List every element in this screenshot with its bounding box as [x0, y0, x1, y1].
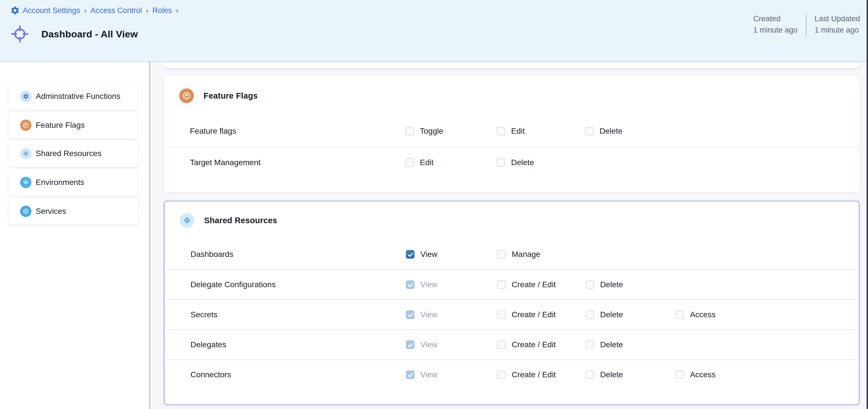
- created-label: Created: [753, 13, 798, 24]
- breadcrumb-label: Account Settings: [23, 6, 80, 15]
- permission-delete[interactable]: Delete: [585, 127, 622, 136]
- checkbox-label: Delete: [599, 127, 622, 136]
- checkbox-checked-disabled: [406, 371, 414, 379]
- checkbox-unchecked[interactable]: [405, 127, 414, 135]
- section-card-feature-flags: Feature Flags Feature flags Toggle Edit …: [164, 76, 860, 192]
- checkbox-unchecked[interactable]: [497, 340, 506, 349]
- checkbox-label: Access: [690, 370, 715, 379]
- checkbox-unchecked[interactable]: [497, 127, 505, 135]
- sidebar-item-label: Services: [36, 207, 66, 216]
- checkbox-unchecked[interactable]: [497, 280, 506, 289]
- diamond-grid-icon: [20, 148, 31, 159]
- permission-access[interactable]: Access: [676, 370, 715, 379]
- checkbox-unchecked[interactable]: [497, 250, 506, 259]
- permission-create-edit[interactable]: Create / Edit: [497, 310, 556, 319]
- flag-icon: [179, 89, 194, 103]
- checkbox-unchecked[interactable]: [586, 280, 594, 289]
- sidebar-item-label: Shared Resources: [36, 149, 101, 158]
- permission-create-edit[interactable]: Create / Edit: [497, 280, 556, 289]
- checkbox-label: Toggle: [420, 127, 443, 136]
- previous-section-card-edge: [164, 63, 860, 68]
- hexagon-icon: [20, 206, 31, 217]
- permission-create-edit[interactable]: Create / Edit: [497, 370, 556, 379]
- checkbox-unchecked[interactable]: [676, 310, 684, 319]
- permission-edit[interactable]: Edit: [405, 158, 433, 167]
- checkbox-label: Edit: [420, 158, 433, 167]
- resource-label: Dashboards: [190, 250, 233, 259]
- checkbox-checked-disabled: [406, 340, 414, 349]
- resource-label: Delegates: [190, 340, 226, 349]
- sidebar-item-label: Feature Flags: [36, 121, 85, 130]
- flag-icon: [20, 120, 31, 131]
- checkbox-unchecked[interactable]: [497, 310, 506, 319]
- page-title: Dashboard - All View: [41, 29, 138, 40]
- page-header: Account Settings › Access Control › Role…: [0, 0, 868, 62]
- permission-access[interactable]: Access: [676, 310, 715, 319]
- meta-block: Created 1 minute ago Last Updated 1 minu…: [753, 13, 860, 36]
- meta-divider: [806, 13, 806, 36]
- permission-view-disabled: View: [406, 370, 437, 379]
- section-title: Feature Flags: [204, 91, 258, 101]
- checkbox-unchecked[interactable]: [405, 158, 414, 167]
- sidebar-item-label: Adminstrative Functions: [36, 92, 121, 101]
- checkbox-unchecked[interactable]: [586, 371, 594, 379]
- resource-label: Secrets: [190, 310, 217, 319]
- last-updated-block: Last Updated 1 minute ago: [814, 13, 860, 36]
- permission-toggle[interactable]: Toggle: [405, 127, 443, 136]
- permission-delete[interactable]: Delete: [586, 310, 623, 319]
- section-header: Shared Resources: [164, 201, 859, 239]
- checkbox-label: Delete: [511, 158, 534, 167]
- checkbox-unchecked[interactable]: [676, 371, 684, 379]
- checkbox-unchecked[interactable]: [497, 158, 505, 167]
- last-updated-label: Last Updated: [814, 13, 860, 24]
- checkbox-unchecked[interactable]: [585, 127, 594, 135]
- checkbox-checked[interactable]: [406, 250, 414, 259]
- role-details-page: Account Settings › Access Control › Role…: [0, 0, 868, 409]
- checkbox-unchecked[interactable]: [586, 310, 594, 319]
- permission-edit[interactable]: Edit: [497, 127, 525, 136]
- permission-view-disabled: View: [406, 280, 437, 289]
- checkbox-checked-disabled: [406, 310, 414, 319]
- breadcrumb-access-control[interactable]: Access Control: [90, 6, 142, 15]
- permissions-panel: Feature Flags Feature flags Toggle Edit …: [151, 62, 868, 409]
- checkbox-label: Manage: [512, 250, 540, 259]
- permission-create-edit[interactable]: Create / Edit: [497, 340, 556, 349]
- permission-delete[interactable]: Delete: [497, 158, 534, 167]
- permission-manage[interactable]: Manage: [497, 250, 540, 259]
- breadcrumb-account-settings[interactable]: Account Settings: [10, 6, 80, 15]
- breadcrumb-separator: ›: [176, 6, 179, 15]
- crosshair-target-icon: [11, 25, 29, 43]
- checkbox-label: Create / Edit: [512, 370, 556, 379]
- created-block: Created 1 minute ago: [753, 13, 798, 36]
- permission-row-delegates: Delegates View Create / Edit Delete: [164, 330, 859, 360]
- checkbox-label: View: [421, 280, 437, 289]
- breadcrumb: Account Settings › Access Control › Role…: [10, 6, 178, 15]
- sidebar-item-shared-resources[interactable]: Shared Resources: [8, 140, 138, 167]
- permission-view[interactable]: View: [406, 250, 437, 259]
- checkbox-checked-disabled: [406, 280, 414, 289]
- resource-label: Connectors: [190, 370, 231, 379]
- breadcrumb-roles[interactable]: Roles: [153, 6, 172, 15]
- resource-label: Feature flags: [190, 127, 236, 136]
- permission-delete[interactable]: Delete: [586, 280, 623, 289]
- gear-icon: [10, 6, 20, 15]
- title-row: Dashboard - All View: [11, 25, 138, 43]
- checkbox-unchecked[interactable]: [497, 371, 506, 379]
- sidebar-item-administrative-functions[interactable]: Adminstrative Functions: [8, 83, 138, 110]
- sidebar-item-services[interactable]: Services: [8, 198, 138, 225]
- checkbox-label: Delete: [600, 340, 623, 349]
- checkbox-label: Create / Edit: [512, 340, 556, 349]
- checkbox-label: Access: [690, 310, 715, 319]
- sidebar-item-environments[interactable]: Environments: [8, 169, 138, 196]
- permission-delete[interactable]: Delete: [586, 340, 623, 349]
- permission-delete[interactable]: Delete: [586, 370, 623, 379]
- checkbox-label: Edit: [511, 127, 525, 136]
- checkbox-label: Delete: [600, 370, 623, 379]
- checkbox-label: View: [421, 250, 437, 259]
- permission-view-disabled: View: [406, 340, 437, 349]
- checkbox-label: Delete: [600, 280, 623, 289]
- checkbox-unchecked[interactable]: [586, 340, 594, 349]
- permission-row-dashboards: Dashboards View Manage: [164, 239, 859, 269]
- checkbox-label: View: [421, 370, 437, 379]
- sidebar-item-feature-flags[interactable]: Feature Flags: [8, 112, 138, 138]
